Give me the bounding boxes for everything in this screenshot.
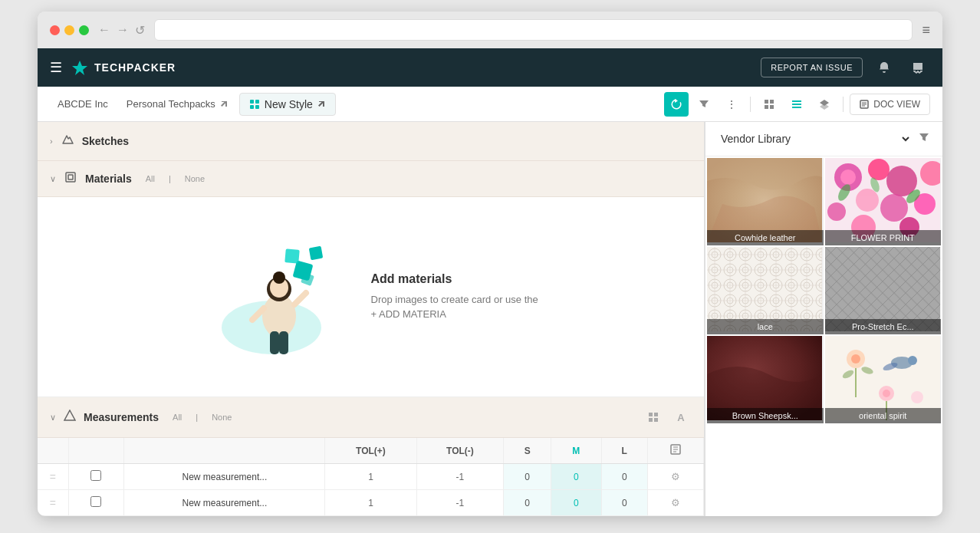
address-bar[interactable] bbox=[154, 19, 913, 41]
doc-view-label: DOC VIEW bbox=[873, 99, 920, 110]
logo-text: TECHPACKER bbox=[94, 61, 176, 74]
material-item-brown-sheep[interactable]: Brown Sheepsk... bbox=[707, 336, 824, 423]
row-name-3[interactable]: New measurement bbox=[124, 516, 325, 517]
measurements-section-header[interactable]: ∨ Measurements All | None A bbox=[38, 397, 704, 438]
active-tab-label: New Style bbox=[265, 98, 313, 110]
browser-menu-button[interactable]: ≡ bbox=[922, 22, 930, 38]
row-s-1: 0 bbox=[504, 464, 551, 490]
drag-handle[interactable]: = bbox=[50, 471, 56, 483]
row-gear-1[interactable]: ⚙ bbox=[671, 471, 680, 482]
svg-rect-10 bbox=[792, 100, 801, 102]
measurements-filter-pipe: | bbox=[196, 413, 198, 422]
add-materials-title: Add materials bbox=[371, 272, 540, 286]
row-l-3 bbox=[601, 516, 648, 517]
col-m: M bbox=[551, 438, 601, 464]
vendor-filter-icon[interactable] bbox=[918, 131, 930, 146]
material-item-flower[interactable]: FLOWER PRINT bbox=[825, 158, 942, 245]
report-issue-button[interactable]: REPORT AN ISSUE bbox=[761, 58, 863, 77]
add-materials-text: Add materials Drop images to create card… bbox=[371, 272, 540, 322]
col-s: S bbox=[504, 438, 551, 464]
sketches-section-header[interactable]: › Sketches bbox=[38, 122, 704, 161]
left-panel: › Sketches ∨ bbox=[38, 122, 705, 516]
tab-new-style[interactable]: New Style bbox=[239, 93, 336, 116]
refresh-icon-button[interactable] bbox=[664, 92, 689, 117]
row-checkbox-1[interactable] bbox=[90, 470, 101, 481]
row-gear-2[interactable]: ⚙ bbox=[671, 497, 680, 508]
materials-title: Materials bbox=[85, 173, 132, 185]
svg-point-73 bbox=[851, 354, 860, 364]
doc-view-button[interactable]: DOC VIEW bbox=[850, 94, 930, 115]
breadcrumb-company[interactable]: ABCDE Inc bbox=[50, 94, 116, 114]
row-tol-minus-3: 1 bbox=[416, 516, 504, 517]
materials-filter-pipe: | bbox=[169, 174, 171, 183]
filter-icon-button[interactable] bbox=[692, 92, 716, 117]
col-name bbox=[124, 438, 325, 464]
divider bbox=[750, 97, 751, 112]
measurements-text-icon[interactable]: A bbox=[670, 406, 692, 428]
materials-section-header[interactable]: ∨ Materials All | None bbox=[38, 161, 704, 197]
maximize-button[interactable] bbox=[79, 25, 89, 35]
svg-rect-38 bbox=[649, 418, 653, 422]
list-view-button[interactable] bbox=[784, 92, 809, 117]
reload-button[interactable]: ↺ bbox=[135, 23, 145, 38]
svg-point-77 bbox=[908, 356, 917, 365]
tabs-bar: ABCDE Inc Personal Techpacks New Style ⋮ bbox=[38, 87, 942, 122]
svg-point-54 bbox=[827, 202, 846, 221]
svg-rect-32 bbox=[308, 246, 323, 261]
measurements-filter-none[interactable]: None bbox=[212, 413, 232, 422]
row-s-2: 0 bbox=[504, 490, 551, 516]
sketches-chevron-icon: › bbox=[50, 137, 53, 146]
minimize-button[interactable] bbox=[64, 25, 74, 35]
svg-rect-11 bbox=[792, 104, 801, 105]
col-check bbox=[68, 438, 124, 464]
drag-handle-2[interactable]: = bbox=[50, 497, 56, 509]
messages-icon[interactable] bbox=[906, 55, 930, 80]
row-l-2: 0 bbox=[601, 490, 648, 516]
row-name-1[interactable]: New measurement... bbox=[124, 464, 325, 490]
material-item-oriental[interactable]: oriental spirit bbox=[825, 336, 942, 423]
svg-point-48 bbox=[868, 159, 890, 180]
materials-filter-all[interactable]: All bbox=[146, 174, 155, 183]
row-name-2[interactable]: New measurement... bbox=[124, 490, 325, 516]
materials-filter-none[interactable]: None bbox=[185, 174, 205, 183]
sketches-icon bbox=[61, 133, 74, 150]
vendor-library-select[interactable]: Vendor Library bbox=[718, 132, 912, 146]
measurements-icon bbox=[64, 410, 76, 425]
col-tol-plus: TOL(+) bbox=[325, 438, 416, 464]
material-item-lace[interactable]: lace bbox=[707, 247, 824, 334]
breadcrumb-techpacks[interactable]: Personal Techpacks bbox=[119, 94, 236, 114]
row-tol-plus-1: 1 bbox=[325, 464, 416, 490]
svg-rect-2 bbox=[255, 100, 259, 104]
forward-button[interactable]: → bbox=[117, 23, 129, 37]
layers-view-button[interactable] bbox=[812, 92, 837, 117]
traffic-lights bbox=[50, 25, 89, 35]
logo-icon bbox=[71, 59, 88, 76]
add-materials-description: Drop images to create card or use the + … bbox=[371, 292, 540, 322]
illustration bbox=[202, 228, 356, 366]
row-m-1: 0 bbox=[551, 464, 601, 490]
close-button[interactable] bbox=[50, 25, 60, 35]
measurements-filter-all[interactable]: All bbox=[173, 413, 182, 422]
col-tol-minus: TOL(-) bbox=[416, 438, 504, 464]
col-drag bbox=[38, 438, 68, 464]
svg-rect-33 bbox=[284, 248, 300, 264]
row-checkbox-2[interactable] bbox=[90, 496, 101, 507]
material-item-stretch[interactable]: Pro-Stretch Ec... bbox=[825, 247, 942, 334]
back-button[interactable]: ← bbox=[98, 23, 110, 37]
measurements-grid-icon[interactable] bbox=[643, 406, 664, 428]
svg-point-30 bbox=[273, 271, 285, 284]
svg-rect-19 bbox=[66, 173, 75, 182]
row-tol-minus-2: -1 bbox=[416, 490, 504, 516]
notification-bell-icon[interactable] bbox=[872, 55, 896, 80]
material-item-cowhide[interactable]: Cowhide leather bbox=[707, 158, 824, 245]
more-options-button[interactable]: ⋮ bbox=[719, 92, 744, 117]
svg-point-51 bbox=[856, 189, 879, 212]
material-name-lace: lace bbox=[707, 319, 824, 334]
svg-rect-37 bbox=[654, 413, 658, 416]
row-m-2: 0 bbox=[551, 490, 601, 516]
hamburger-menu-icon[interactable]: ☰ bbox=[50, 59, 62, 76]
grid-view-button[interactable] bbox=[757, 92, 781, 117]
svg-rect-7 bbox=[770, 100, 774, 104]
measurements-title: Measurements bbox=[84, 411, 159, 423]
svg-point-52 bbox=[880, 194, 908, 222]
